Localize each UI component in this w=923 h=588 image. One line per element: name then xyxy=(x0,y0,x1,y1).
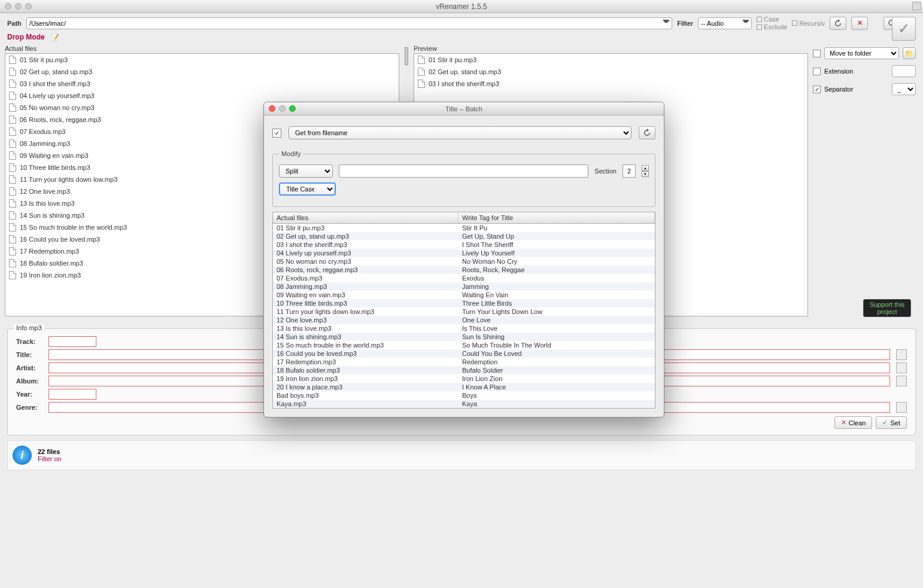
cell-actual: 05 No woman no cry.mp3 xyxy=(273,257,459,266)
recursiv-checkbox[interactable]: Recursiv xyxy=(792,20,825,27)
filename: 01 Stir it pu.mp3 xyxy=(20,56,68,63)
move-to-folder-checkbox[interactable] xyxy=(813,50,821,57)
down-icon[interactable]: ▼ xyxy=(642,171,649,177)
source-checkbox[interactable] xyxy=(272,129,281,138)
refresh-batch-button[interactable] xyxy=(639,126,655,139)
table-row[interactable]: 10 Three little birds.mp3Three Little Bi… xyxy=(273,299,655,307)
filter-label: Filter xyxy=(677,20,693,27)
filename: 03 I shot the sheriff.mp3 xyxy=(20,80,90,87)
set-button[interactable]: ✓Set xyxy=(876,416,907,429)
table-row[interactable]: 02 Get up, stand up.mp3Get Up, Stand Up xyxy=(273,232,655,240)
drop-mode-label[interactable]: Drop Mode xyxy=(7,33,45,41)
file-icon xyxy=(418,68,425,76)
cell-write: Exodus xyxy=(459,274,655,282)
list-item[interactable]: 01 Stir it pu.mp3 xyxy=(414,54,807,66)
main-titlebar: vRenamer 1.5.5 xyxy=(0,0,923,13)
table-row[interactable]: 04 Lively up yourself.mp3Lively Up Yours… xyxy=(273,249,655,257)
table-row[interactable]: 05 No woman no cry.mp3No Woman No Cry xyxy=(273,257,655,266)
separator-select[interactable]: _ xyxy=(892,83,916,95)
clean-button[interactable]: ✕Clean xyxy=(834,416,873,429)
cell-write: Get Up, Stand Up xyxy=(459,232,655,240)
filename: 03 I shot the sheriff.mp3 xyxy=(429,80,499,87)
filename: 13 Is this love.mp3 xyxy=(20,200,75,207)
cell-actual: 12 One love.mp3 xyxy=(273,316,459,324)
track-label: Track: xyxy=(16,338,45,345)
extension-checkbox[interactable] xyxy=(813,68,821,75)
apply-button[interactable]: ✓ xyxy=(892,17,916,41)
folder-button[interactable]: 📁 xyxy=(903,47,916,59)
table-row[interactable]: 20 I know a place.mp3I Know A Place xyxy=(273,383,655,391)
list-item[interactable]: 01 Stir it pu.mp3 xyxy=(5,54,399,66)
case-select[interactable]: Title Case xyxy=(279,182,336,196)
cancel-button[interactable]: ✕ xyxy=(851,17,868,30)
list-item[interactable]: 02 Get up, stand up.mp3 xyxy=(5,66,399,78)
cell-write: Kaya xyxy=(459,400,655,408)
move-to-folder-select[interactable]: Move to folder xyxy=(824,47,899,59)
file-icon xyxy=(9,127,16,136)
table-row[interactable]: 19 Iron lion zion.mp3Iron Lion Zion xyxy=(273,374,655,383)
table-row[interactable]: 18 Bufalo soldier.mp3Bufalo Soldier xyxy=(273,366,655,374)
file-icon xyxy=(418,56,425,64)
chevron-down-icon[interactable] xyxy=(663,20,670,27)
file-icon xyxy=(9,187,16,196)
edit-album-button[interactable] xyxy=(896,376,907,386)
resize-icon[interactable] xyxy=(912,2,921,10)
list-item[interactable]: 02 Get up, stand up.mp3 xyxy=(414,66,807,78)
status-bar: i 22 files Filter on xyxy=(7,440,916,470)
list-item[interactable]: 04 Lively up yourself.mp3 xyxy=(5,90,399,102)
filter-select[interactable]: -- Audio xyxy=(698,17,752,29)
table-row[interactable]: 11 Turn your lights down low.mp3Turn You… xyxy=(273,307,655,316)
section-input[interactable] xyxy=(623,164,636,178)
table-row[interactable]: 14 Sun is shining.mp3Sun Is Shining xyxy=(273,333,655,341)
refresh-icon xyxy=(643,129,651,137)
exclude-checkbox[interactable]: Exclude xyxy=(757,23,787,31)
case-checkbox[interactable]: Case xyxy=(757,16,787,23)
split-select[interactable]: Split xyxy=(279,164,333,178)
file-icon xyxy=(9,175,16,184)
filename: 10 Three little birds.mp3 xyxy=(20,164,90,171)
support-badge[interactable]: Support this project xyxy=(863,299,911,317)
list-item[interactable]: 03 I shot the sheriff.mp3 xyxy=(414,78,807,90)
table-row[interactable]: 13 Is this love.mp3Is This Love xyxy=(273,324,655,333)
table-header: Actual files Write Tag for Title xyxy=(273,212,655,224)
path-input[interactable]: /Users/imac/ xyxy=(26,17,672,29)
table-row[interactable]: 06 Roots, rock, reggae.mp3Roots, Rock, R… xyxy=(273,266,655,274)
refresh-button[interactable] xyxy=(830,17,846,30)
edit-genre-button[interactable] xyxy=(896,402,907,413)
table-row[interactable]: 03 I shot the sheriff.mp3I Shot The Sher… xyxy=(273,240,655,249)
table-row[interactable]: 12 One love.mp3One Love xyxy=(273,316,655,324)
section-stepper[interactable]: ▲▼ xyxy=(642,165,649,177)
table-row[interactable]: 09 Waiting en vain.mp3Waiting En Vain xyxy=(273,291,655,299)
file-icon xyxy=(9,139,16,148)
year-label: Year: xyxy=(16,391,45,398)
split-input[interactable] xyxy=(339,164,588,178)
track-input[interactable] xyxy=(48,336,96,347)
list-item[interactable]: 03 I shot the sheriff.mp3 xyxy=(5,78,399,90)
source-select[interactable]: Get from filename xyxy=(289,126,631,139)
table-row[interactable]: 17 Redemption.mp3Redemption xyxy=(273,358,655,366)
right-panel: Move to folder 📁 Extension Separator _ xyxy=(810,45,918,316)
file-count: 22 files xyxy=(38,448,62,455)
table-row[interactable]: Bad boys.mp3Boys xyxy=(273,391,655,400)
batch-table[interactable]: Actual files Write Tag for Title 01 Stir… xyxy=(272,212,655,409)
filename: 11 Turn your lights down low.mp3 xyxy=(20,176,117,183)
table-row[interactable]: 01 Stir it pu.mp3Stir It Pu xyxy=(273,224,655,232)
edit-title-button[interactable] xyxy=(896,349,907,360)
actual-files-label: Actual files xyxy=(5,45,399,52)
year-input[interactable] xyxy=(48,389,96,400)
up-icon[interactable]: ▲ xyxy=(642,165,649,171)
separator-checkbox[interactable] xyxy=(813,86,821,93)
extension-input[interactable] xyxy=(892,65,916,77)
table-row[interactable]: 15 So much trouble in the world.mp3So Mu… xyxy=(273,341,655,349)
chevron-down-icon[interactable] xyxy=(742,20,749,27)
check-icon: ✓ xyxy=(882,419,888,426)
col-write: Write Tag for Title xyxy=(459,212,655,223)
cell-write: Jamming xyxy=(459,282,655,291)
cell-write: So Much Trouble In The World xyxy=(459,341,655,349)
table-row[interactable]: 16 Could you be loved.mp3Could You Be Lo… xyxy=(273,349,655,358)
edit-artist-button[interactable] xyxy=(896,362,907,373)
dialog-titlebar[interactable]: Title -- Batch xyxy=(264,102,664,115)
table-row[interactable]: Kaya.mp3Kaya xyxy=(273,400,655,408)
table-row[interactable]: 07 Exodus.mp3Exodus xyxy=(273,274,655,282)
table-row[interactable]: 08 Jamming.mp3Jamming xyxy=(273,282,655,291)
